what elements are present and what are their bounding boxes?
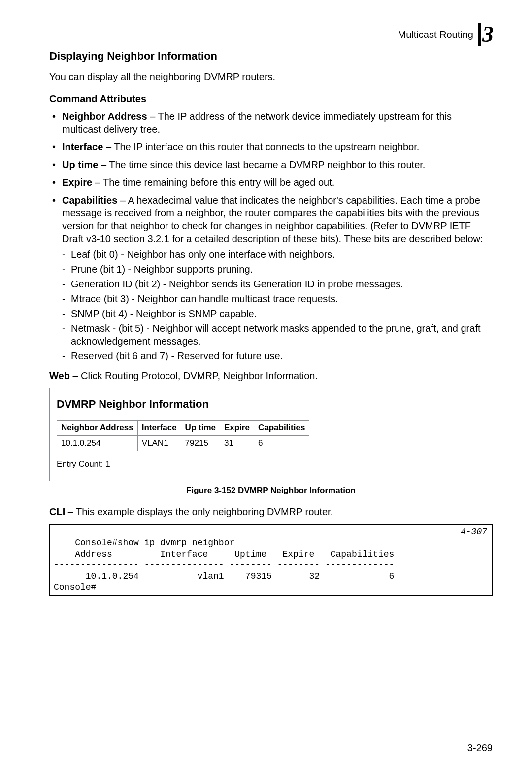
bit-item: Mtrace (bit 3) - Neighbor can handle mul… — [62, 292, 493, 305]
web-nav-note: Web – Click Routing Protocol, DVMRP, Nei… — [49, 369, 493, 382]
web-lead: Web — [49, 370, 70, 381]
td-expire: 31 — [220, 436, 254, 451]
neighbor-table: Neighbor Address Interface Up time Expir… — [57, 420, 309, 451]
cli-text: – This example displays the only neighbo… — [65, 506, 333, 517]
td-iface: VLAN1 — [137, 436, 181, 451]
intro-text: You can display all the neighboring DVMR… — [49, 70, 493, 83]
cli-line: 10.1.0.254 vlan1 79315 32 6 — [54, 571, 394, 581]
figure-caption: Figure 3-152 DVMRP Neighbor Information — [49, 485, 493, 496]
bit-item: Prune (bit 1) - Neighbor supports prunin… — [62, 263, 493, 276]
cli-line: ---------------- --------------- -------… — [54, 560, 394, 570]
chapter-badge: 3 — [478, 20, 493, 49]
cap-bits-list: Leaf (bit 0) - Neighbor has only one int… — [62, 248, 493, 362]
attr-desc: – The IP interface on this router that c… — [103, 141, 419, 152]
attr-item: Capabilities – A hexadecimal value that … — [49, 194, 493, 362]
cli-note: CLI – This example displays the only nei… — [49, 505, 493, 518]
attr-item: Up time – The time since this device las… — [49, 158, 493, 171]
page-number: 3-269 — [467, 741, 493, 754]
th-addr: Neighbor Address — [57, 421, 138, 436]
th-uptime: Up time — [181, 421, 220, 436]
attr-term: Expire — [62, 177, 92, 188]
attr-desc: – A hexadecimal value that indicates the… — [62, 195, 483, 244]
bit-item: Reserved (bit 6 and 7) - Reserved for fu… — [62, 350, 493, 362]
cli-output-box: 4-307Console#show ip dvmrp neighbor Addr… — [49, 524, 493, 596]
command-attr-list: Neighbor Address – The IP address of the… — [49, 110, 493, 362]
th-iface: Interface — [137, 421, 181, 436]
attr-item: Interface – The IP interface on this rou… — [49, 141, 493, 153]
heading-cmdattrs: Command Attributes — [49, 92, 493, 105]
td-addr: 10.1.0.254 — [57, 436, 138, 451]
cli-line: Console#show ip dvmrp neighbor — [75, 538, 234, 548]
th-expire: Expire — [220, 421, 254, 436]
web-text: – Click Routing Protocol, DVMRP, Neighbo… — [70, 370, 318, 381]
table-row: 10.1.0.254 VLAN1 79215 31 6 — [57, 436, 309, 451]
attr-item: Expire – The time remaining before this … — [49, 176, 493, 189]
web-panel: DVMRP Neighbor Information Neighbor Addr… — [49, 388, 493, 482]
cli-lead: CLI — [49, 506, 65, 517]
heading-displaying: Displaying Neighbor Information — [49, 49, 493, 64]
attr-term: Up time — [62, 159, 98, 170]
attr-term: Capabilities — [62, 195, 117, 206]
th-cap: Capabilities — [254, 421, 309, 436]
chapter-number: 3 — [482, 20, 493, 49]
attr-desc: – The time remaining before this entry w… — [92, 177, 334, 188]
panel-title: DVMRP Neighbor Information — [57, 397, 486, 412]
cli-page-ref: 4-307 — [461, 527, 487, 538]
attr-item: Neighbor Address – The IP address of the… — [49, 110, 493, 136]
td-uptime: 79215 — [181, 436, 220, 451]
bit-item: Netmask - (bit 5) - Neighbor will accept… — [62, 322, 493, 348]
attr-desc: – The time since this device last became… — [98, 159, 425, 170]
bit-item: Generation ID (bit 2) - Neighbor sends i… — [62, 278, 493, 290]
cli-line: Console# — [54, 582, 96, 592]
attr-term: Neighbor Address — [62, 111, 147, 122]
entry-count: Entry Count: 1 — [57, 459, 486, 470]
bit-item: Leaf (bit 0) - Neighbor has only one int… — [62, 248, 493, 261]
attr-term: Interface — [62, 141, 103, 152]
cli-line: Address Interface Uptime Expire Capabili… — [54, 549, 394, 559]
section-title: Multicast Routing — [398, 28, 473, 41]
bit-item: SNMP (bit 4) - Neighbor is SNMP capable. — [62, 307, 493, 320]
table-header-row: Neighbor Address Interface Up time Expir… — [57, 421, 309, 436]
td-cap: 6 — [254, 436, 309, 451]
